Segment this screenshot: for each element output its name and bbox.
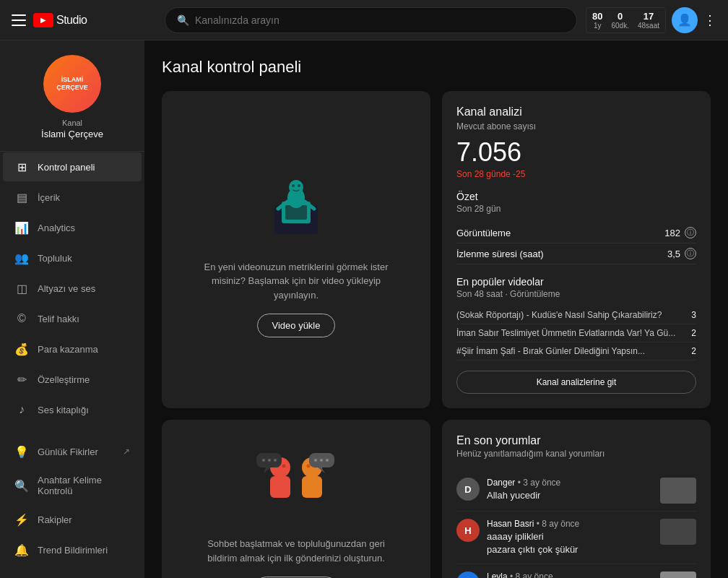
popular-title-1: (Sokak Röportajı) - Kudüs'e Nasıl Sahip …	[456, 310, 662, 320]
summary-label-watch: İzlenme süresi (saat)	[456, 249, 544, 259]
external-link-icon: ↗	[123, 447, 130, 457]
comment-thumb-1	[660, 478, 696, 504]
search-input[interactable]	[195, 14, 565, 26]
sidebar-item-gunluk[interactable]: 💡 Günlük Fikirler ↗	[3, 437, 142, 466]
menu-icon[interactable]	[12, 14, 26, 26]
nav-label-rakipler: Rakipler	[38, 514, 130, 525]
monetize-icon: 💰	[14, 342, 29, 356]
sidebar-item-analytics[interactable]: 📊 Analytics	[3, 213, 142, 242]
nav-label-kontrol: Kontrol paneli	[38, 162, 130, 173]
subtitle-icon: ◫	[14, 281, 29, 296]
more-options-icon[interactable]: ⋮	[703, 12, 716, 28]
comment-author-3: Leyla • 8 ay önce	[487, 571, 653, 578]
content-grid: En yeni videonuzun metriklerini görmek i…	[162, 91, 711, 578]
sidebar-item-topluluk[interactable]: 👥 Topluluk	[3, 243, 142, 272]
yt-logo-icon	[33, 13, 53, 27]
stat-subs-num: 17	[644, 11, 654, 22]
nav-label-anahtar: Anahtar Kelime Kontrolü	[38, 475, 130, 496]
sidebar: İSLAMİÇERÇEVE Kanal İslami Çerçeve ⊞ Kon…	[0, 40, 144, 578]
svg-point-4	[289, 180, 303, 194]
summary-val-views: 182 ⓘ	[664, 227, 696, 238]
sidebar-item-ozellestirme[interactable]: ✏ Özelleştirme	[3, 365, 142, 394]
topbar-left: Studio	[12, 13, 156, 27]
search-icon: 🔍	[177, 14, 189, 26]
svg-point-8	[298, 184, 300, 187]
sidebar-item-para[interactable]: 💰 Para kazanma	[3, 335, 142, 363]
sidebar-item-ses[interactable]: ♪ Ses kitaplığı	[3, 395, 142, 424]
main-layout: İSLAMİÇERÇEVE Kanal İslami Çerçeve ⊞ Kon…	[0, 40, 728, 578]
channel-name: İslami Çerçeve	[41, 129, 103, 139]
nav-label-telif: Telif hakkı	[38, 314, 130, 324]
svg-point-16	[307, 465, 311, 468]
comment-thumb-3	[660, 571, 696, 578]
comment-text-1: Allah yucedir	[487, 489, 653, 502]
comments-card: En son yorumlar Henüz yanıtlamadığım kan…	[442, 420, 711, 578]
popular-title: En popüler videolar	[456, 276, 696, 288]
yt-logo-text: Studio	[56, 14, 87, 27]
nav-label-para: Para kazanma	[38, 344, 130, 355]
sidebar-item-rakipler[interactable]: ⚡ Rakipler	[3, 505, 142, 534]
subscriber-change: Son 28 günde -25	[456, 169, 696, 179]
svg-point-21	[274, 459, 277, 462]
popular-views-3: 2	[691, 346, 696, 356]
nav-label-trend: Trend Bildirimleri	[38, 545, 130, 556]
comment-body-2: Hasan Basri • 8 ay önce aaaay ipliklerip…	[487, 519, 653, 556]
nav-label-analytics: Analytics	[38, 223, 130, 233]
popular-title-2: İman Sabır Teslimiyet Ümmetin Evlatların…	[456, 328, 675, 338]
nav-label-ozellestirme: Özelleştirme	[38, 374, 130, 385]
stats-badge: 80 1y 0 60dk. 17 48saat	[586, 7, 666, 33]
stat-views-num: 80	[592, 11, 602, 22]
upload-illustration	[253, 162, 339, 249]
comment-text-2: aaaay iplikleripazara çıktı çok şükür	[487, 530, 653, 556]
stat-subs: 17 48saat	[638, 11, 659, 30]
comment-avatar-2: H	[456, 519, 480, 542]
info-icon-watch[interactable]: ⓘ	[685, 248, 696, 259]
sidebar-item-icerik[interactable]: ▤ İçerik	[3, 183, 142, 212]
svg-point-12	[282, 465, 286, 468]
summary-row-views: Görüntüleme 182 ⓘ	[456, 223, 696, 243]
ideas-icon: 💡	[14, 444, 29, 459]
comment-body-3: Leyla • 8 ay önce Çok güzel ♥	[487, 571, 653, 578]
nav-label-icerik: İçerik	[38, 192, 130, 203]
summary-period: Son 28 gün	[456, 204, 696, 214]
upload-card-desc: En yeni videonuzun metriklerini görmek i…	[195, 260, 397, 303]
sidebar-item-altyazi[interactable]: ◫ Altyazı ve ses	[3, 274, 142, 303]
content-icon: ▤	[14, 190, 29, 204]
copyright-icon: ©	[14, 311, 29, 326]
community-card: Sohbet başlatmak ve topluluğunuzdan geri…	[162, 420, 430, 578]
comments-title: En son yorumlar	[456, 434, 696, 447]
stat-subs-label: 48saat	[638, 22, 659, 30]
info-icon-views[interactable]: ⓘ	[685, 227, 696, 238]
analytics-sub: Mevcut abone sayısı	[456, 121, 696, 131]
stat-views: 80 1y	[592, 11, 602, 30]
popular-period: Son 48 saat · Görüntüleme	[456, 289, 696, 299]
channel-avatar: İSLAMİÇERÇEVE	[43, 55, 101, 113]
channel-label: Kanal	[62, 118, 82, 127]
summary-title: Özet	[456, 191, 696, 202]
competitors-icon: ⚡	[14, 512, 29, 527]
subscriber-count: 7.056	[456, 137, 696, 168]
stat-comments: 0 60dk.	[612, 11, 629, 30]
nav-label-gunluk: Günlük Fikirler	[38, 447, 114, 457]
upload-video-button[interactable]: Video yükle	[257, 314, 336, 337]
sidebar-item-trend[interactable]: 🔔 Trend Bildirimleri	[3, 535, 142, 564]
popular-item-2: İman Sabır Teslimiyet Ümmetin Evlatların…	[456, 324, 696, 342]
popular-item-1: (Sokak Röportajı) - Kudüs'e Nasıl Sahip …	[456, 306, 696, 324]
svg-point-24	[326, 459, 329, 462]
go-to-analytics-button[interactable]: Kanal analizlerine git	[456, 371, 696, 394]
svg-point-20	[268, 459, 271, 462]
svg-rect-15	[302, 476, 322, 498]
sidebar-item-anahtar[interactable]: 🔍 Anahtar Kelime Kontrolü	[3, 467, 142, 504]
sidebar-item-kontrol-paneli[interactable]: ⊞ Kontrol paneli	[3, 152, 142, 181]
yt-studio-logo[interactable]: Studio	[33, 13, 87, 27]
keyword-icon: 🔍	[14, 478, 29, 493]
nav-label-ses: Ses kitaplığı	[38, 405, 130, 415]
search-bar[interactable]: 🔍	[165, 7, 577, 33]
user-avatar-icon[interactable]: 👤	[672, 7, 698, 33]
comment-author-2: Hasan Basri • 8 ay önce	[487, 519, 653, 529]
summary-val-watch: 3,5 ⓘ	[667, 248, 696, 259]
sidebar-item-telif[interactable]: © Telif hakkı	[3, 304, 142, 333]
stat-comments-num: 0	[618, 11, 623, 22]
svg-point-22	[314, 459, 317, 462]
comment-item-1: D Danger • 3 ay önce Allah yucedir	[456, 470, 696, 512]
